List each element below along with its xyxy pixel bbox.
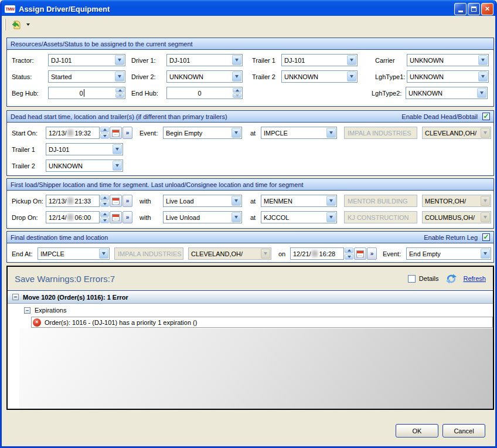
chevron-down-icon[interactable] (115, 55, 124, 65)
spin-up-icon[interactable] (233, 88, 241, 93)
chevron-down-icon[interactable] (347, 72, 356, 82)
toolbar-dropdown-caret-icon[interactable] (26, 23, 30, 26)
chevron-down-icon[interactable] (232, 212, 241, 222)
pickup-event-select[interactable]: Live Load (163, 195, 242, 207)
end-date-input[interactable]: 12/21/16:28 (290, 247, 344, 260)
drop-date-input[interactable]: 12/14/06:00 (46, 211, 100, 223)
collapse-icon[interactable]: − (12, 294, 19, 300)
more-button[interactable]: » (122, 195, 132, 207)
pickup-date-input[interactable]: 12/13/21:33 (46, 195, 100, 207)
end-company-field: IMPALA INDUSTRIES (114, 247, 183, 260)
form-row: Trailer 1 DJ-101 (12, 143, 493, 155)
calendar-icon (112, 198, 120, 205)
more-button[interactable]: » (122, 127, 132, 139)
driver2-select[interactable]: UNKNOWN (166, 70, 243, 83)
spin-up-icon[interactable] (115, 88, 124, 93)
chevron-down-icon[interactable] (232, 128, 241, 138)
dh-trailer1-select[interactable]: DJ-101 (46, 143, 123, 155)
enable-return-leg-label: Enable Return Leg (424, 234, 478, 241)
lghtype2-select[interactable]: UNKNOWN (406, 87, 488, 99)
loads-section: First load/Shipper location and time for… (6, 178, 494, 229)
chevron-down-icon[interactable] (326, 196, 336, 206)
double-chevron-icon: » (126, 198, 130, 204)
chevron-down-icon[interactable] (232, 55, 241, 65)
pickup-city-value: MENTOR,OH/ (423, 195, 480, 206)
chevron-down-icon[interactable] (115, 72, 124, 82)
move-error-group-row[interactable]: − Move 1020 (Order(s) 1016): 1 Error (8, 291, 493, 304)
tree-empty-area (8, 328, 493, 409)
calendar-button[interactable] (110, 127, 122, 139)
chevron-down-icon[interactable] (478, 72, 488, 82)
redacted-year (67, 198, 73, 204)
chevron-down-icon[interactable] (232, 72, 241, 82)
end-hub-stepper[interactable]: 0 (166, 87, 243, 99)
pickup-city-select: MENTOR,OH/ (422, 195, 491, 207)
chevron-down-icon[interactable] (478, 55, 488, 65)
chevron-down-icon[interactable] (99, 249, 108, 259)
drop-location-select[interactable]: KJCCOL (261, 211, 337, 223)
more-button[interactable]: » (367, 247, 377, 260)
minimize-button[interactable] (454, 3, 467, 15)
close-button[interactable]: × (481, 3, 493, 15)
refresh-link[interactable]: Refresh (463, 275, 486, 282)
start-date-input[interactable]: 12/13/19:32 (46, 127, 100, 139)
cancel-button[interactable]: Cancel (442, 424, 485, 437)
spin-down-icon[interactable] (115, 93, 124, 98)
more-button[interactable]: » (122, 211, 132, 223)
error-icon: × (33, 318, 41, 327)
maximize-button[interactable] (468, 3, 480, 15)
toolbar (2, 16, 495, 33)
details-checkbox[interactable] (408, 275, 416, 283)
spin-down-icon[interactable] (345, 254, 353, 260)
tractor-select[interactable]: DJ-101 (48, 54, 125, 66)
spinner (100, 195, 109, 207)
enable-deadhead-checkbox[interactable]: ✓ (482, 113, 490, 120)
enable-return-leg-checkbox[interactable]: ✓ (482, 233, 490, 241)
chevron-down-icon[interactable] (477, 88, 486, 98)
spin-up-icon[interactable] (100, 127, 109, 133)
beg-hub-label: Beg Hub: (12, 90, 48, 97)
drop-city-value: COLUMBUS,OH/ (423, 212, 480, 223)
beg-hub-stepper[interactable]: 0 (48, 87, 125, 99)
chevron-down-icon[interactable] (232, 196, 241, 206)
final-event-select[interactable]: End Empty (406, 247, 491, 260)
expirations-group-row[interactable]: − Expirations (8, 304, 493, 317)
spin-down-icon[interactable] (100, 201, 109, 207)
calendar-button[interactable] (110, 195, 122, 207)
status-select[interactable]: Started (48, 70, 125, 83)
calendar-button[interactable] (110, 211, 122, 223)
lghtype1-select[interactable]: UNKNOWN (407, 70, 489, 83)
trailer2-select[interactable]: UNKNOWN (281, 70, 358, 83)
spin-up-icon[interactable] (100, 211, 109, 217)
refresh-icon[interactable] (445, 274, 457, 284)
chevron-down-icon[interactable] (326, 128, 336, 138)
chevron-down-icon[interactable] (481, 249, 490, 259)
chevron-down-icon[interactable] (326, 212, 336, 222)
deadhead-event-select[interactable]: Begin Empty (163, 127, 242, 139)
chevron-down-icon[interactable] (113, 144, 122, 154)
dh-trailer2-select[interactable]: UNKNOWN (46, 159, 123, 172)
spin-down-icon[interactable] (100, 218, 109, 223)
lghtype2-label: LghType2: (372, 90, 406, 97)
driver1-select[interactable]: DJ-101 (166, 54, 243, 66)
collapse-icon[interactable]: − (24, 307, 30, 314)
pickup-location-select[interactable]: MENMEN (261, 195, 337, 207)
drop-event-value: Live Unload (164, 212, 231, 223)
trailer1-select[interactable]: DJ-101 (281, 54, 358, 66)
ok-button[interactable]: OK (396, 424, 438, 437)
drop-event-select[interactable]: Live Unload (163, 211, 242, 223)
spin-up-icon[interactable] (100, 195, 109, 201)
open-report-button[interactable] (9, 18, 24, 32)
carrier-select[interactable]: UNKNOWN (407, 54, 489, 66)
deadhead-location-select[interactable]: IMPCLE (261, 127, 337, 139)
chevron-down-icon[interactable] (113, 161, 122, 171)
deadhead-section-header: Dead head start time, location and trail… (7, 111, 493, 123)
spin-down-icon[interactable] (233, 93, 241, 98)
spin-down-icon[interactable] (100, 133, 109, 139)
chevron-down-icon[interactable] (347, 55, 356, 65)
spin-up-icon[interactable] (345, 247, 353, 253)
calendar-button[interactable] (354, 247, 366, 260)
end-location-select[interactable]: IMPCLE (38, 247, 110, 260)
error-item-row[interactable]: × Order(s): 1016 - (DJ-101) has a priori… (31, 317, 493, 328)
status-value: Started (49, 71, 114, 82)
